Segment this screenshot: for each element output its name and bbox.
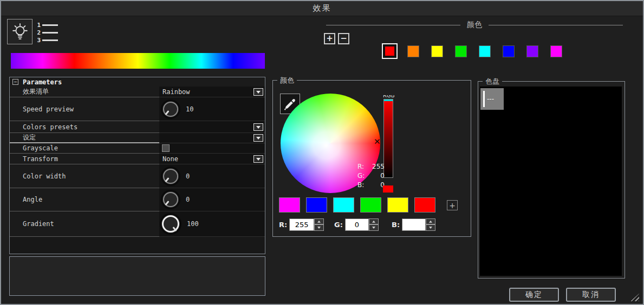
readout-label: G: — [357, 172, 365, 181]
slider-handle[interactable] — [384, 100, 393, 101]
param-value-cell: Rainbow — [159, 87, 265, 97]
param-label: 设定 — [10, 133, 159, 143]
parameters-title: Parameters — [23, 78, 62, 86]
title-bar: 效果 — [1, 1, 643, 16]
param-value-cell: 0 — [159, 164, 265, 188]
angle-knob[interactable] — [162, 191, 179, 208]
param-row: 设定 — [10, 133, 265, 143]
readout-label: R: — [357, 163, 364, 172]
color-swatch[interactable] — [526, 45, 538, 57]
color-width-knob[interactable] — [162, 168, 179, 184]
gradient-knob[interactable] — [161, 215, 180, 233]
palette-item-label: --- — [487, 95, 494, 103]
param-row: Grayscale — [10, 143, 265, 154]
color-wheel-cursor[interactable]: ✕ — [374, 138, 381, 146]
step-down-icon[interactable] — [369, 224, 379, 231]
ok-button[interactable]: 确定 — [509, 288, 559, 302]
param-label: Speed preview — [10, 97, 159, 121]
param-value-cell — [159, 143, 265, 154]
color-swatch[interactable] — [407, 45, 419, 57]
step-down-icon[interactable] — [426, 224, 435, 231]
blue-stepper[interactable] — [426, 218, 435, 231]
knob-value: 10 — [186, 105, 193, 113]
color-swatch[interactable] — [431, 45, 443, 57]
color-swatch-selected[interactable] — [382, 43, 398, 59]
palette-item-selected[interactable]: --- — [480, 88, 504, 110]
rainbow-preview-bar — [11, 53, 265, 69]
readout-line: B: 0 — [357, 181, 385, 190]
green-input[interactable]: 0 — [345, 218, 369, 231]
preset-swatch[interactable] — [414, 197, 435, 213]
param-row: Angle 0 — [10, 188, 265, 211]
list-bar — [42, 32, 58, 34]
list-bar — [42, 24, 58, 26]
dropdown-button[interactable] — [253, 134, 263, 142]
list-number: 3 — [36, 37, 41, 44]
knob-value: 100 — [187, 220, 199, 228]
green-field-label: G: — [334, 221, 343, 229]
param-value-cell — [159, 133, 265, 143]
add-preset-button[interactable]: + — [447, 200, 458, 210]
color-swatch[interactable] — [503, 45, 515, 57]
color-swatch[interactable] — [550, 45, 562, 57]
preset-swatch[interactable] — [360, 197, 381, 213]
red-field-label: R: — [279, 221, 287, 229]
param-label: Angle — [10, 188, 159, 211]
color-swatch[interactable] — [455, 45, 467, 57]
blue-input[interactable] — [402, 218, 426, 231]
list-row: 1 — [36, 22, 58, 28]
rgb-readout: R: 255 G: 0 B: 0 — [357, 163, 385, 190]
knob-value: 0 — [186, 196, 190, 203]
colors-section-header: 颜色 — [326, 21, 623, 29]
text-cursor — [483, 91, 485, 107]
dropdown-button[interactable] — [253, 123, 263, 131]
param-label: Gradient — [10, 211, 159, 237]
value-slider[interactable] — [383, 99, 393, 178]
list-bar — [42, 39, 58, 41]
list-row: 2 — [36, 29, 58, 36]
palette-list[interactable]: --- — [480, 87, 622, 276]
preset-swatch[interactable] — [279, 197, 300, 213]
speed-knob[interactable] — [162, 101, 179, 117]
cancel-button[interactable]: 取消 — [566, 288, 616, 302]
resize-grip[interactable] — [630, 294, 639, 301]
divider-line — [326, 25, 460, 25]
red-stepper[interactable] — [314, 218, 324, 231]
list-row: 3 — [36, 37, 58, 43]
preset-swatch[interactable] — [306, 197, 327, 213]
step-up-icon[interactable] — [426, 218, 435, 225]
remove-color-button[interactable]: − — [338, 33, 349, 44]
param-value-cell: 10 — [159, 97, 265, 121]
dialog-title: 效果 — [313, 3, 331, 14]
preset-swatch[interactable] — [333, 197, 354, 213]
param-value-cell — [159, 121, 265, 133]
grayscale-checkbox[interactable] — [162, 144, 170, 152]
param-row: Speed preview 10 — [10, 97, 265, 121]
knob-value: 0 — [186, 173, 190, 180]
param-label: 效果清单 — [10, 87, 159, 97]
readout-value: 0 — [380, 172, 385, 181]
chevron-down-icon — [256, 126, 261, 131]
color-swatch[interactable] — [479, 45, 491, 57]
collapse-button[interactable]: − — [12, 79, 18, 85]
red-input[interactable]: 255 — [289, 218, 314, 231]
green-stepper[interactable] — [369, 218, 379, 231]
add-color-button[interactable]: + — [324, 33, 335, 44]
readout-value: 255 — [372, 163, 385, 172]
color-picker-group: 颜色 ✕ RGB R: 255 G: 0 — [272, 80, 471, 237]
dropdown-button[interactable] — [253, 155, 263, 163]
light-output-button[interactable] — [7, 19, 32, 44]
param-value-cell: 100 — [159, 211, 265, 237]
step-down-icon[interactable] — [314, 224, 324, 231]
list-number: 1 — [36, 22, 41, 29]
param-label: Grayscale — [10, 143, 159, 154]
blue-field-group: B: — [392, 218, 435, 231]
step-up-icon[interactable] — [369, 218, 379, 225]
dropdown-value: None — [159, 155, 178, 163]
preset-swatch[interactable] — [387, 197, 408, 213]
dropdown-button[interactable] — [253, 88, 263, 96]
numbered-list-icon[interactable]: 1 2 3 — [36, 22, 58, 44]
panel-filler — [10, 237, 265, 253]
param-row: Color width 0 — [10, 164, 265, 188]
step-up-icon[interactable] — [314, 218, 324, 225]
